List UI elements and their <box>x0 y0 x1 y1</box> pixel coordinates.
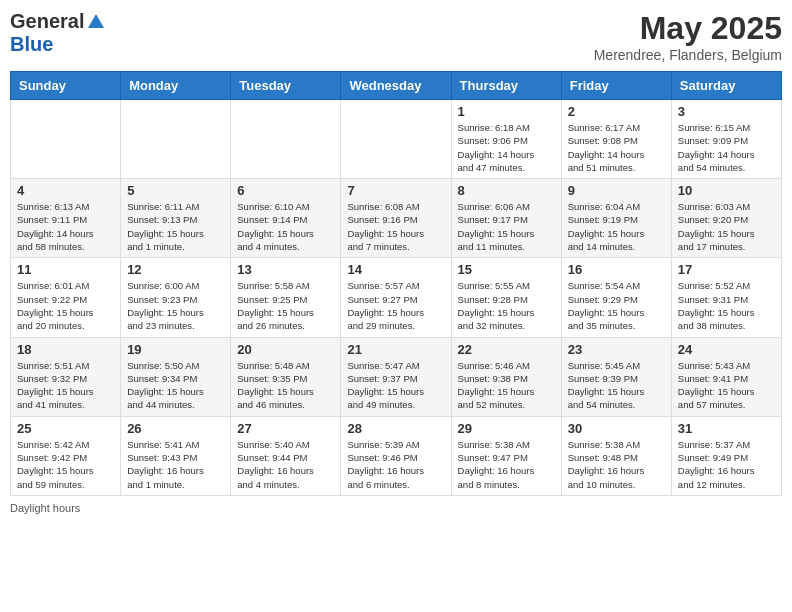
calendar-week-row: 18Sunrise: 5:51 AM Sunset: 9:32 PM Dayli… <box>11 337 782 416</box>
calendar-day-header: Friday <box>561 72 671 100</box>
day-info: Sunrise: 5:43 AM Sunset: 9:41 PM Dayligh… <box>678 359 775 412</box>
day-number: 1 <box>458 104 555 119</box>
day-info: Sunrise: 5:50 AM Sunset: 9:34 PM Dayligh… <box>127 359 224 412</box>
day-info: Sunrise: 5:45 AM Sunset: 9:39 PM Dayligh… <box>568 359 665 412</box>
day-number: 27 <box>237 421 334 436</box>
day-info: Sunrise: 5:48 AM Sunset: 9:35 PM Dayligh… <box>237 359 334 412</box>
day-number: 20 <box>237 342 334 357</box>
calendar-cell: 18Sunrise: 5:51 AM Sunset: 9:32 PM Dayli… <box>11 337 121 416</box>
day-number: 11 <box>17 262 114 277</box>
day-number: 16 <box>568 262 665 277</box>
day-info: Sunrise: 5:57 AM Sunset: 9:27 PM Dayligh… <box>347 279 444 332</box>
calendar-cell: 21Sunrise: 5:47 AM Sunset: 9:37 PM Dayli… <box>341 337 451 416</box>
day-info: Sunrise: 5:42 AM Sunset: 9:42 PM Dayligh… <box>17 438 114 491</box>
calendar-cell: 6Sunrise: 6:10 AM Sunset: 9:14 PM Daylig… <box>231 179 341 258</box>
day-info: Sunrise: 6:01 AM Sunset: 9:22 PM Dayligh… <box>17 279 114 332</box>
daylight-label: Daylight hours <box>10 502 80 514</box>
day-number: 29 <box>458 421 555 436</box>
day-info: Sunrise: 6:06 AM Sunset: 9:17 PM Dayligh… <box>458 200 555 253</box>
day-number: 8 <box>458 183 555 198</box>
calendar-cell: 9Sunrise: 6:04 AM Sunset: 9:19 PM Daylig… <box>561 179 671 258</box>
day-info: Sunrise: 6:15 AM Sunset: 9:09 PM Dayligh… <box>678 121 775 174</box>
calendar-week-row: 25Sunrise: 5:42 AM Sunset: 9:42 PM Dayli… <box>11 416 782 495</box>
calendar-cell: 23Sunrise: 5:45 AM Sunset: 9:39 PM Dayli… <box>561 337 671 416</box>
day-info: Sunrise: 5:55 AM Sunset: 9:28 PM Dayligh… <box>458 279 555 332</box>
day-info: Sunrise: 5:37 AM Sunset: 9:49 PM Dayligh… <box>678 438 775 491</box>
day-info: Sunrise: 5:54 AM Sunset: 9:29 PM Dayligh… <box>568 279 665 332</box>
calendar-cell: 20Sunrise: 5:48 AM Sunset: 9:35 PM Dayli… <box>231 337 341 416</box>
day-info: Sunrise: 6:18 AM Sunset: 9:06 PM Dayligh… <box>458 121 555 174</box>
calendar-day-header: Monday <box>121 72 231 100</box>
day-number: 5 <box>127 183 224 198</box>
day-number: 12 <box>127 262 224 277</box>
calendar-week-row: 4Sunrise: 6:13 AM Sunset: 9:11 PM Daylig… <box>11 179 782 258</box>
day-info: Sunrise: 6:10 AM Sunset: 9:14 PM Dayligh… <box>237 200 334 253</box>
calendar-day-header: Saturday <box>671 72 781 100</box>
day-number: 17 <box>678 262 775 277</box>
day-number: 3 <box>678 104 775 119</box>
footer: Daylight hours <box>10 502 782 514</box>
calendar-cell: 1Sunrise: 6:18 AM Sunset: 9:06 PM Daylig… <box>451 100 561 179</box>
day-info: Sunrise: 5:38 AM Sunset: 9:47 PM Dayligh… <box>458 438 555 491</box>
day-number: 6 <box>237 183 334 198</box>
day-info: Sunrise: 6:08 AM Sunset: 9:16 PM Dayligh… <box>347 200 444 253</box>
calendar-cell: 29Sunrise: 5:38 AM Sunset: 9:47 PM Dayli… <box>451 416 561 495</box>
day-number: 28 <box>347 421 444 436</box>
calendar-cell <box>341 100 451 179</box>
day-info: Sunrise: 6:13 AM Sunset: 9:11 PM Dayligh… <box>17 200 114 253</box>
calendar-cell: 8Sunrise: 6:06 AM Sunset: 9:17 PM Daylig… <box>451 179 561 258</box>
calendar-cell: 2Sunrise: 6:17 AM Sunset: 9:08 PM Daylig… <box>561 100 671 179</box>
day-info: Sunrise: 5:41 AM Sunset: 9:43 PM Dayligh… <box>127 438 224 491</box>
day-number: 2 <box>568 104 665 119</box>
calendar-day-header: Tuesday <box>231 72 341 100</box>
svg-marker-0 <box>88 14 104 28</box>
calendar-cell: 30Sunrise: 5:38 AM Sunset: 9:48 PM Dayli… <box>561 416 671 495</box>
logo-icon <box>86 12 106 32</box>
day-info: Sunrise: 5:46 AM Sunset: 9:38 PM Dayligh… <box>458 359 555 412</box>
day-number: 9 <box>568 183 665 198</box>
calendar-cell: 13Sunrise: 5:58 AM Sunset: 9:25 PM Dayli… <box>231 258 341 337</box>
calendar-cell <box>11 100 121 179</box>
calendar-cell: 22Sunrise: 5:46 AM Sunset: 9:38 PM Dayli… <box>451 337 561 416</box>
calendar-cell <box>231 100 341 179</box>
day-info: Sunrise: 5:38 AM Sunset: 9:48 PM Dayligh… <box>568 438 665 491</box>
day-info: Sunrise: 6:11 AM Sunset: 9:13 PM Dayligh… <box>127 200 224 253</box>
calendar-day-header: Thursday <box>451 72 561 100</box>
location-text: Merendree, Flanders, Belgium <box>594 47 782 63</box>
day-info: Sunrise: 6:04 AM Sunset: 9:19 PM Dayligh… <box>568 200 665 253</box>
day-number: 13 <box>237 262 334 277</box>
logo-general-text: General <box>10 10 84 33</box>
day-number: 10 <box>678 183 775 198</box>
calendar-cell: 14Sunrise: 5:57 AM Sunset: 9:27 PM Dayli… <box>341 258 451 337</box>
calendar-cell: 26Sunrise: 5:41 AM Sunset: 9:43 PM Dayli… <box>121 416 231 495</box>
day-info: Sunrise: 6:00 AM Sunset: 9:23 PM Dayligh… <box>127 279 224 332</box>
day-info: Sunrise: 5:47 AM Sunset: 9:37 PM Dayligh… <box>347 359 444 412</box>
calendar-day-header: Sunday <box>11 72 121 100</box>
calendar-table: SundayMondayTuesdayWednesdayThursdayFrid… <box>10 71 782 496</box>
calendar-cell: 10Sunrise: 6:03 AM Sunset: 9:20 PM Dayli… <box>671 179 781 258</box>
calendar-cell: 24Sunrise: 5:43 AM Sunset: 9:41 PM Dayli… <box>671 337 781 416</box>
day-info: Sunrise: 5:39 AM Sunset: 9:46 PM Dayligh… <box>347 438 444 491</box>
calendar-cell: 11Sunrise: 6:01 AM Sunset: 9:22 PM Dayli… <box>11 258 121 337</box>
calendar-cell <box>121 100 231 179</box>
day-number: 21 <box>347 342 444 357</box>
day-info: Sunrise: 5:51 AM Sunset: 9:32 PM Dayligh… <box>17 359 114 412</box>
month-title: May 2025 <box>594 10 782 47</box>
calendar-cell: 15Sunrise: 5:55 AM Sunset: 9:28 PM Dayli… <box>451 258 561 337</box>
day-number: 14 <box>347 262 444 277</box>
calendar-cell: 31Sunrise: 5:37 AM Sunset: 9:49 PM Dayli… <box>671 416 781 495</box>
page-header: General Blue May 2025 Merendree, Flander… <box>10 10 782 63</box>
calendar-cell: 5Sunrise: 6:11 AM Sunset: 9:13 PM Daylig… <box>121 179 231 258</box>
day-number: 31 <box>678 421 775 436</box>
calendar-cell: 7Sunrise: 6:08 AM Sunset: 9:16 PM Daylig… <box>341 179 451 258</box>
day-number: 22 <box>458 342 555 357</box>
day-number: 15 <box>458 262 555 277</box>
day-info: Sunrise: 6:03 AM Sunset: 9:20 PM Dayligh… <box>678 200 775 253</box>
title-section: May 2025 Merendree, Flanders, Belgium <box>594 10 782 63</box>
logo: General Blue <box>10 10 106 56</box>
calendar-week-row: 1Sunrise: 6:18 AM Sunset: 9:06 PM Daylig… <box>11 100 782 179</box>
calendar-cell: 19Sunrise: 5:50 AM Sunset: 9:34 PM Dayli… <box>121 337 231 416</box>
calendar-cell: 28Sunrise: 5:39 AM Sunset: 9:46 PM Dayli… <box>341 416 451 495</box>
day-info: Sunrise: 5:58 AM Sunset: 9:25 PM Dayligh… <box>237 279 334 332</box>
calendar-cell: 25Sunrise: 5:42 AM Sunset: 9:42 PM Dayli… <box>11 416 121 495</box>
